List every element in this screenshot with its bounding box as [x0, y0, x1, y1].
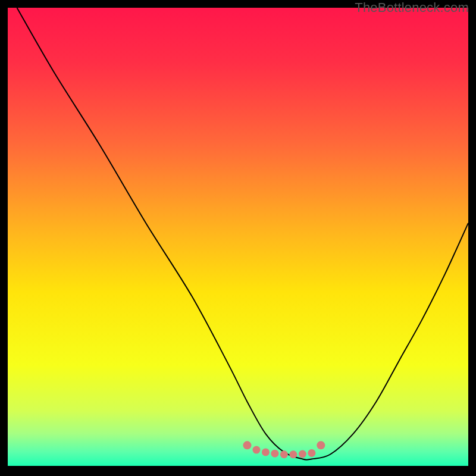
highlight-dot	[280, 450, 288, 458]
bottleneck-chart	[8, 8, 468, 466]
highlight-dot	[262, 448, 270, 456]
highlight-dot	[289, 450, 297, 458]
highlight-dot	[252, 446, 260, 454]
chart-frame: TheBottleneck.com	[0, 0, 476, 476]
highlight-dot	[243, 441, 251, 449]
highlight-dot	[271, 450, 278, 458]
watermark-text: TheBottleneck.com	[355, 0, 469, 14]
chart-plot-area	[8, 8, 468, 466]
highlight-dot	[308, 449, 315, 457]
highlight-dot	[317, 441, 325, 449]
gradient-background	[8, 8, 468, 466]
highlight-dot	[299, 450, 306, 458]
